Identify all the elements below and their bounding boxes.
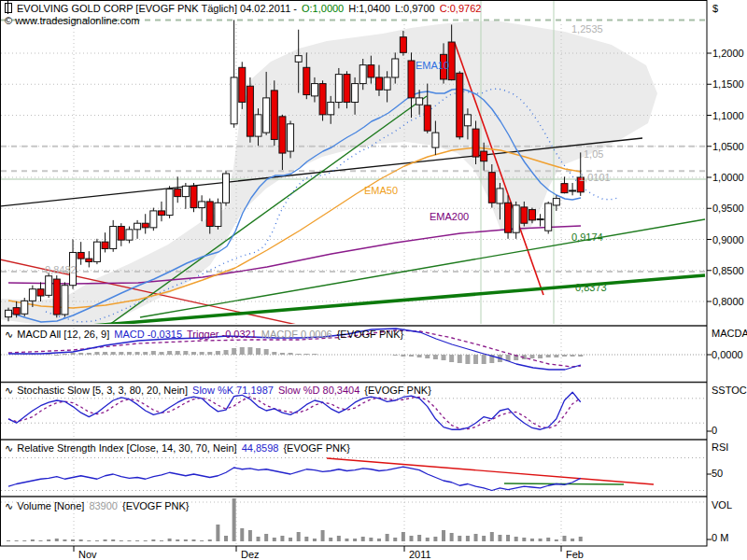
trend-label-08373: 0,8373 <box>575 282 607 293</box>
macd-symbol: {EVOGF PNK} <box>337 329 404 340</box>
copyright-link[interactable]: © www.tradesignalonline.com <box>5 15 139 26</box>
rsi-axis-tick: 50 <box>712 468 723 479</box>
stoch-d-value: Slow %D 80,3404 <box>278 385 359 396</box>
title-open: O:1,0000 <box>302 3 344 14</box>
rsi-symbol: {EVOGF PNK} <box>283 442 350 454</box>
trading-chart-window: EVOLVING GOLD CORP [EVOGF PNK Täglich] 0… <box>0 0 747 560</box>
macd-axis-label: MACDA <box>712 328 747 339</box>
indicator-wave-icon: ∿ <box>5 329 13 340</box>
price-axis-tick-label: 1,0000 <box>712 172 744 183</box>
macd-axis-tick: 0,0000 <box>712 349 743 360</box>
vol-symbol: {EVOGF PNK} <box>122 500 190 511</box>
macd-name: MACD All [12, 26, 9] <box>17 329 109 340</box>
indicator-wave-icon: ∿ <box>5 385 13 396</box>
price-axis-tick-label: 0,8500 <box>712 265 744 276</box>
time-axis-2011: 2011 <box>409 549 431 560</box>
stoch-name: Stochastic Slow [5, 3, 3, 80, 20, Nein] <box>17 385 188 396</box>
vol-value: 83900 <box>89 500 118 511</box>
price-axis-tick-label: 1,0500 <box>712 141 744 152</box>
price-axis-tick-label: 0,9500 <box>712 203 744 214</box>
indicator-wave-icon: ∿ <box>5 442 13 454</box>
price-axis-tick-label: 1,1000 <box>712 110 744 121</box>
price-axis-tick-label: 0,9000 <box>712 234 744 245</box>
chart-canvas[interactable] <box>0 0 747 560</box>
stoch-k-value: Slow %K 71,1987 <box>192 385 274 396</box>
vol-axis-tick: 0 M <box>712 532 728 543</box>
price-axis-tick-label: 0,8000 <box>712 296 744 307</box>
title-close: C:0,9762 <box>440 3 482 14</box>
time-axis-feb: Feb <box>566 549 584 560</box>
title-high: H:1,0400 <box>348 3 390 14</box>
stoch-axis-label: SSTOC <box>712 385 747 396</box>
rsi-value: 44,8598 <box>242 442 279 454</box>
macd-panel-header: ∿MACD All [12, 26, 9]MACD -0,0315Trigger… <box>5 329 408 340</box>
level-label-105: 1,05 <box>584 148 603 160</box>
time-axis-dez: Dez <box>241 549 260 560</box>
level-label-08482: 0,8482 <box>45 264 77 275</box>
trend-label-09174: 0,9174 <box>571 231 603 243</box>
title-low: L:0,9700 <box>395 3 435 14</box>
ema200-label: EMA200 <box>430 211 469 222</box>
level-label-10101: 1,0101 <box>579 172 611 183</box>
stoch-panel-header: ∿Stochastic Slow [5, 3, 3, 80, 20, Nein]… <box>5 385 436 396</box>
chart-title: EVOLVING GOLD CORP [EVOGF PNK Täglich] 0… <box>5 3 486 14</box>
macd-macdf-value: MACDF 0,0006 <box>261 329 332 340</box>
stoch-symbol: {EVOGF PNK} <box>364 385 431 396</box>
time-axis-nov: Nov <box>78 549 97 560</box>
rsi-axis-label: RSI <box>712 441 728 453</box>
indicator-wave-icon: ∿ <box>5 500 13 511</box>
stoch-axis-tick: 0 <box>712 425 717 436</box>
macd-trigger-value: Trigger -0,0321 <box>187 329 257 340</box>
vol-panel-header: ∿Volume [None]83900{EVOGF PNK} <box>5 500 194 511</box>
title-symbol: EVOLVING GOLD CORP [EVOGF PNK Täglich] 0… <box>17 3 297 14</box>
price-axis-currency: $ <box>712 3 718 14</box>
vol-axis-label: VOL <box>712 499 732 511</box>
candlestick-icon <box>5 3 12 13</box>
ema50-label: EMA50 <box>364 185 398 196</box>
macd-value: MACD -0,0315 <box>114 329 182 340</box>
level-label-12535: 1,2535 <box>571 23 603 35</box>
ema10-label: EMA10 <box>416 60 449 71</box>
rsi-panel-header: ∿Relative Strength Index [Close, 14, 30,… <box>5 442 355 454</box>
vol-name: Volume [None] <box>17 500 84 511</box>
rsi-name: Relative Strength Index [Close, 14, 30, … <box>17 442 236 454</box>
price-axis-tick-label: 1,1500 <box>712 78 744 90</box>
price-axis-tick-label: 1,2000 <box>712 48 744 59</box>
